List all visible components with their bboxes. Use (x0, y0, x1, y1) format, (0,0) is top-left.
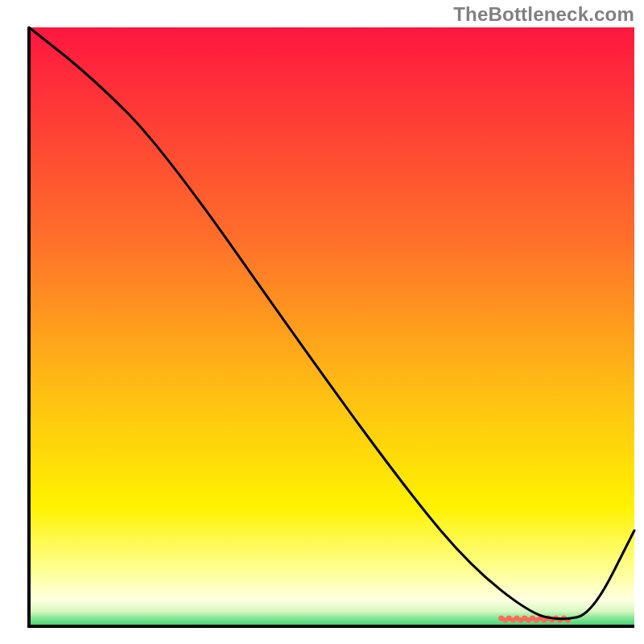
plot-gradient-bg (29, 27, 634, 626)
watermark-text: TheBottleneck.com (453, 3, 634, 26)
chart-canvas (0, 0, 644, 644)
bottleneck-chart: TheBottleneck.com (0, 0, 644, 644)
